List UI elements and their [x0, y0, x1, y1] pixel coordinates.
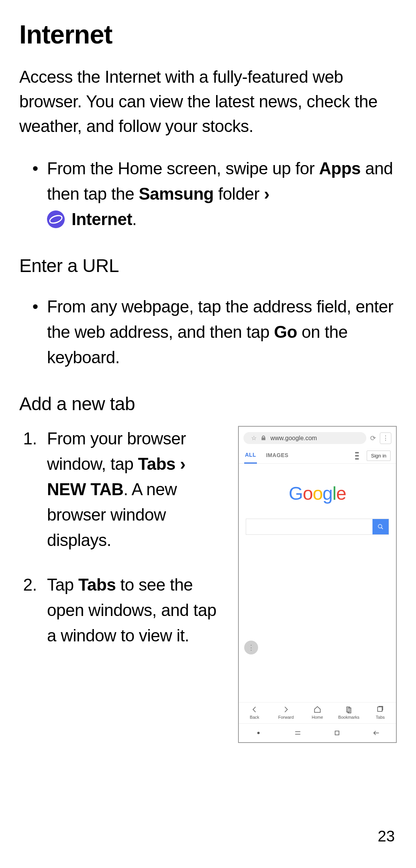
back-button[interactable]: Back [239, 706, 270, 719]
forward-label: Forward [278, 715, 294, 719]
tabs-icon [376, 706, 384, 713]
browser-screenshot: ☆ 🔒︎ www.google.com ⟳ ⋮ ALL IMAGES ▪▪▪▪▪… [238, 426, 397, 743]
text: folder [214, 184, 264, 203]
instruction-bullet-1: From the Home screen, swipe up for Apps … [47, 156, 397, 232]
text: Tap [47, 575, 78, 594]
step-2: Tap Tabs to see the open windows, and ta… [47, 572, 223, 648]
home-nav-icon [333, 729, 341, 737]
apps-grid-icon[interactable]: ▪▪▪▪▪▪▪▪▪ [355, 451, 358, 460]
page-number: 23 [378, 828, 395, 845]
bookmarks-button[interactable]: Bookmarks [333, 706, 365, 719]
browser-bottom-toolbar: Back Forward Home Bookmarks Tabs [239, 702, 396, 723]
recents-icon [294, 729, 302, 737]
dot-icon [257, 732, 260, 734]
apps-label: Apps [319, 159, 361, 178]
nav-recents[interactable] [278, 729, 317, 737]
svg-rect-7 [335, 731, 339, 735]
star-icon: ☆ [251, 434, 257, 442]
sign-in-button[interactable]: Sign in [367, 451, 391, 461]
search-button[interactable] [372, 519, 389, 534]
bookmarks-label: Bookmarks [338, 715, 359, 719]
svg-rect-4 [378, 707, 382, 712]
go-label: Go [274, 322, 297, 341]
more-options-button[interactable]: ⋮ [380, 432, 391, 444]
chevron-icon: › [176, 454, 186, 473]
svg-point-0 [378, 524, 382, 528]
chevron-icon: › [264, 184, 269, 203]
nav-home[interactable] [317, 729, 357, 737]
search-input[interactable] [246, 519, 372, 534]
search-icon [377, 524, 384, 530]
tabs-label: Tabs [138, 454, 175, 473]
home-icon [314, 706, 321, 713]
lock-icon: 🔒︎ [260, 435, 267, 442]
subheading-add-tab: Add a new tab [19, 393, 397, 414]
tabs-button[interactable]: Tabs [364, 706, 396, 719]
android-nav-bar [239, 723, 396, 742]
intro-paragraph: Access the Internet with a fully-feature… [19, 65, 397, 138]
nav-back[interactable] [357, 729, 396, 737]
internet-app-icon [47, 210, 65, 228]
forward-button[interactable]: Forward [270, 706, 302, 719]
chevron-right-icon [282, 706, 290, 713]
tabs-label: Tabs [376, 715, 385, 719]
back-label: Back [250, 715, 259, 719]
chevron-left-icon [251, 706, 258, 713]
nav-notification[interactable] [239, 729, 278, 737]
step-1: From your browser window, tap Tabs › NEW… [47, 426, 223, 553]
home-label: Home [312, 715, 323, 719]
tab-all[interactable]: ALL [244, 448, 257, 464]
internet-label: Internet [67, 210, 132, 229]
home-button[interactable]: Home [302, 706, 333, 719]
back-nav-icon [372, 729, 380, 737]
url-text: www.google.com [270, 435, 317, 442]
bookmarks-icon [345, 706, 353, 713]
reload-icon[interactable]: ⟳ [370, 434, 376, 442]
google-logo: Google [289, 483, 346, 504]
google-search-bar[interactable] [246, 519, 389, 535]
samsung-label: Samsung [139, 184, 214, 203]
text: . [132, 210, 137, 229]
instruction-bullet-2: From any webpage, tap the address field,… [47, 294, 397, 370]
text: From the Home screen, swipe up for [47, 159, 319, 178]
tab-images[interactable]: IMAGES [265, 448, 289, 463]
subheading-enter-url: Enter a URL [19, 255, 397, 276]
address-bar[interactable]: ☆ 🔒︎ www.google.com [243, 432, 366, 444]
page-title: Internet [19, 19, 397, 49]
svg-line-1 [381, 527, 383, 529]
tabs-label: Tabs [78, 575, 116, 594]
new-tab-label: NEW TAB [47, 480, 124, 499]
